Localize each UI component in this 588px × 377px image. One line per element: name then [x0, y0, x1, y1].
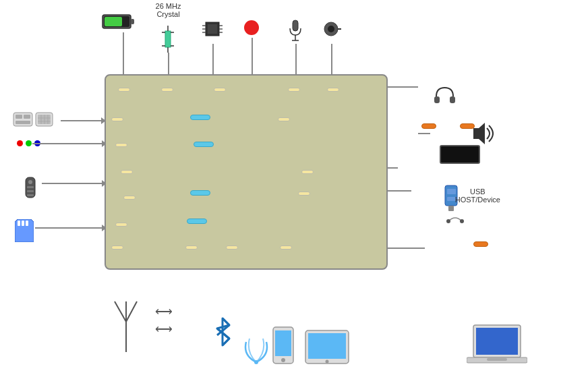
ir-remote-icon — [20, 174, 40, 204]
spi-label — [214, 88, 226, 92]
other-devices-label — [473, 241, 488, 247]
svg-marker-46 — [473, 123, 485, 144]
svg-rect-27 — [24, 115, 30, 119]
crystal-to-chip-line — [168, 53, 169, 74]
bluetooth-logo-icon — [209, 315, 236, 351]
codec-label — [421, 123, 436, 129]
sdmmc-label — [115, 223, 127, 227]
bluetooth-section: ⟷ ⟷ — [0, 274, 588, 372]
memory-label — [187, 219, 207, 224]
svg-rect-4 — [165, 31, 171, 47]
uart-label — [185, 245, 198, 250]
adc-label — [288, 88, 300, 92]
norflash-to-chip-line — [212, 44, 214, 74]
led-display — [440, 145, 480, 164]
dsp-label — [194, 142, 214, 147]
svg-rect-66 — [308, 333, 346, 359]
svg-rect-30 — [38, 115, 51, 124]
crystal-label: 26 MHz Crystal — [150, 2, 187, 18]
sdcard-arrow — [35, 227, 105, 229]
svg-rect-28 — [16, 121, 30, 124]
svg-point-23 — [328, 26, 334, 32]
codec-to-pa-line — [418, 133, 430, 134]
svg-point-37 — [28, 180, 32, 184]
svg-rect-44 — [434, 96, 440, 103]
fmin-to-chip-line — [252, 38, 253, 74]
svg-line-54 — [115, 301, 126, 322]
linein-to-chip-line — [331, 44, 332, 74]
micin-icon — [289, 19, 302, 45]
usb2-label — [298, 192, 310, 196]
micin-to-chip-line — [295, 44, 297, 74]
bluetooth-chip-label — [111, 245, 123, 250]
svg-rect-71 — [487, 358, 507, 361]
wirecontrol-label — [111, 117, 123, 121]
dacpa-label — [327, 88, 339, 92]
svg-rect-18 — [208, 24, 217, 34]
dacpa-to-codec-line — [388, 86, 418, 88]
fmin-icon — [244, 20, 259, 35]
svg-rect-41 — [18, 221, 20, 226]
crystal-icon — [160, 26, 175, 55]
ir-arrow — [42, 183, 105, 184]
svg-point-64 — [281, 358, 285, 362]
svg-rect-42 — [22, 221, 24, 226]
touchkey-label — [115, 143, 127, 147]
touchkey-arrow — [32, 143, 105, 144]
phone-device-icon — [270, 325, 297, 368]
bt-arrows: ⟷ ⟷ — [155, 304, 173, 337]
dma-label — [190, 190, 210, 196]
svg-point-51 — [446, 219, 450, 223]
svg-rect-39 — [27, 190, 34, 192]
mips32-label — [190, 115, 210, 120]
antenna-icon — [111, 295, 142, 358]
svg-point-67 — [326, 360, 329, 364]
lcdled-to-display-line — [388, 167, 398, 169]
i2s-label — [278, 117, 290, 121]
cmu-label — [161, 88, 173, 92]
headphone-icon — [433, 84, 457, 111]
twi-label — [121, 170, 133, 174]
svg-line-56 — [126, 301, 137, 322]
svg-rect-43 — [26, 221, 28, 226]
bat-to-chip-line — [123, 32, 124, 74]
svg-rect-63 — [275, 330, 291, 356]
svg-rect-38 — [27, 186, 34, 188]
norflash-icon — [202, 19, 223, 42]
ir-label — [123, 196, 136, 200]
tablet-device-icon — [303, 328, 351, 368]
gpio-to-right-line — [388, 248, 425, 249]
lcdled-label — [301, 170, 314, 174]
svg-rect-48 — [448, 206, 454, 211]
pcm-label — [226, 245, 238, 250]
battery-icon — [101, 12, 135, 34]
sdcard-icon — [15, 219, 34, 245]
svg-point-52 — [460, 219, 464, 223]
svg-rect-26 — [16, 115, 22, 119]
svg-rect-45 — [450, 96, 455, 103]
key-icon — [12, 109, 56, 132]
usb-host-label: USB HOST/Device — [455, 187, 500, 204]
svg-rect-40 — [27, 194, 34, 196]
key-arrow — [61, 120, 105, 121]
svg-rect-1 — [131, 19, 134, 24]
chip-board — [105, 74, 388, 270]
gpiopwm-label — [280, 245, 292, 250]
pmu-label — [118, 88, 130, 92]
laptop-device-icon — [467, 322, 527, 368]
svg-point-61 — [254, 360, 258, 364]
svg-rect-69 — [476, 328, 518, 355]
usb-wire-icon — [445, 214, 465, 231]
usb2-to-right-line — [388, 190, 411, 192]
linein-icon — [321, 19, 341, 42]
svg-rect-3 — [105, 17, 122, 26]
svg-rect-19 — [293, 20, 298, 31]
